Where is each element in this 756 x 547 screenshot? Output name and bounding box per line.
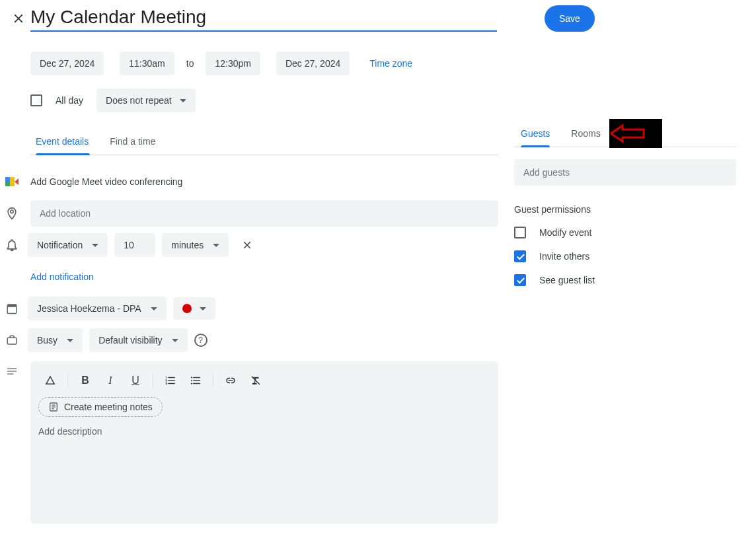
save-button[interactable]: Save: [545, 5, 595, 32]
close-button[interactable]: [5, 5, 32, 32]
close-icon: [11, 11, 26, 26]
event-title-input[interactable]: [30, 5, 497, 32]
